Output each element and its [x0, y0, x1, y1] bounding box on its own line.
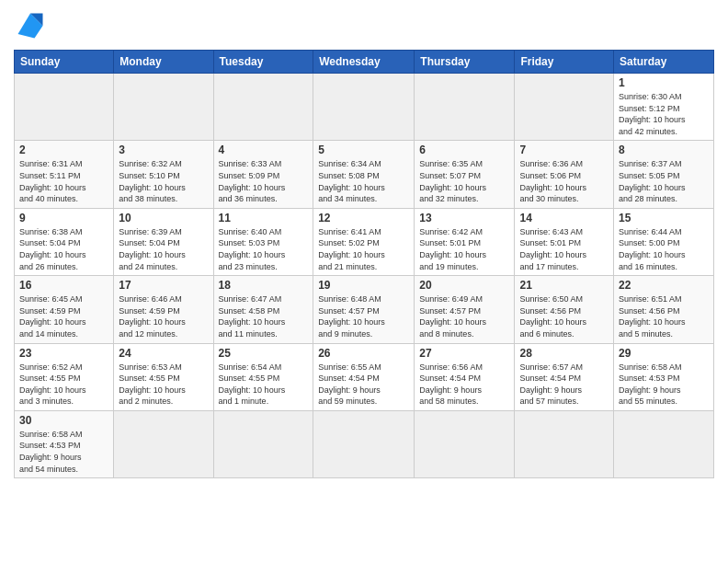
day-info: Sunrise: 6:46 AM Sunset: 4:59 PM Dayligh… [119, 293, 208, 339]
calendar-cell: 7Sunrise: 6:36 AM Sunset: 5:06 PM Daylig… [515, 141, 614, 208]
calendar-cell: 6Sunrise: 6:35 AM Sunset: 5:07 PM Daylig… [415, 141, 515, 208]
col-header-friday: Friday [515, 51, 614, 74]
calendar-cell: 20Sunrise: 6:49 AM Sunset: 4:57 PM Dayli… [415, 276, 515, 343]
day-number: 3 [119, 144, 208, 156]
calendar-cell [114, 410, 213, 477]
calendar-cell: 4Sunrise: 6:33 AM Sunset: 5:09 PM Daylig… [213, 141, 313, 208]
day-info: Sunrise: 6:34 AM Sunset: 5:08 PM Dayligh… [318, 158, 409, 204]
calendar-cell: 9Sunrise: 6:38 AM Sunset: 5:04 PM Daylig… [15, 208, 114, 275]
day-number: 17 [119, 279, 208, 292]
calendar-cell: 27Sunrise: 6:56 AM Sunset: 4:54 PM Dayli… [415, 343, 515, 410]
calendar-cell: 22Sunrise: 6:51 AM Sunset: 4:56 PM Dayli… [614, 276, 714, 343]
calendar-cell [15, 74, 114, 141]
calendar-cell: 23Sunrise: 6:52 AM Sunset: 4:55 PM Dayli… [15, 343, 114, 410]
calendar-cell [415, 74, 515, 141]
calendar-cell: 25Sunrise: 6:54 AM Sunset: 4:55 PM Dayli… [213, 343, 313, 410]
calendar-cell [614, 410, 714, 477]
calendar-cell [515, 410, 614, 477]
calendar-cell: 24Sunrise: 6:53 AM Sunset: 4:55 PM Dayli… [114, 343, 213, 410]
calendar-cell: 15Sunrise: 6:44 AM Sunset: 5:00 PM Dayli… [614, 208, 714, 275]
day-info: Sunrise: 6:36 AM Sunset: 5:06 PM Dayligh… [519, 158, 609, 204]
day-info: Sunrise: 6:44 AM Sunset: 5:00 PM Dayligh… [619, 226, 709, 272]
day-info: Sunrise: 6:57 AM Sunset: 4:54 PM Dayligh… [519, 362, 609, 408]
calendar-cell: 16Sunrise: 6:45 AM Sunset: 4:59 PM Dayli… [15, 276, 114, 343]
day-number: 22 [619, 279, 709, 292]
day-info: Sunrise: 6:30 AM Sunset: 5:12 PM Dayligh… [619, 91, 709, 137]
calendar-cell: 8Sunrise: 6:37 AM Sunset: 5:05 PM Daylig… [614, 141, 714, 208]
calendar-cell: 10Sunrise: 6:39 AM Sunset: 5:04 PM Dayli… [114, 208, 213, 275]
calendar-cell [313, 410, 415, 477]
col-header-thursday: Thursday [415, 51, 515, 74]
calendar-cell [114, 74, 213, 141]
day-info: Sunrise: 6:48 AM Sunset: 4:57 PM Dayligh… [318, 293, 409, 339]
day-info: Sunrise: 6:58 AM Sunset: 4:53 PM Dayligh… [19, 429, 108, 475]
day-number: 28 [519, 347, 609, 360]
page: SundayMondayTuesdayWednesdayThursdayFrid… [0, 0, 728, 563]
day-number: 9 [19, 212, 108, 224]
day-info: Sunrise: 6:47 AM Sunset: 4:58 PM Dayligh… [219, 293, 309, 339]
day-number: 15 [619, 212, 709, 224]
day-number: 14 [519, 212, 609, 224]
calendar-cell: 30Sunrise: 6:58 AM Sunset: 4:53 PM Dayli… [15, 410, 114, 477]
col-header-sunday: Sunday [15, 51, 114, 74]
day-info: Sunrise: 6:50 AM Sunset: 4:56 PM Dayligh… [519, 293, 609, 339]
day-number: 25 [219, 347, 309, 360]
day-number: 19 [318, 279, 409, 292]
day-number: 13 [419, 212, 509, 224]
day-info: Sunrise: 6:35 AM Sunset: 5:07 PM Dayligh… [419, 158, 509, 204]
day-info: Sunrise: 6:38 AM Sunset: 5:04 PM Dayligh… [19, 226, 108, 272]
calendar-cell [213, 74, 313, 141]
day-number: 26 [318, 347, 409, 360]
col-header-wednesday: Wednesday [313, 51, 415, 74]
day-info: Sunrise: 6:40 AM Sunset: 5:03 PM Dayligh… [219, 226, 309, 272]
calendar-cell: 29Sunrise: 6:58 AM Sunset: 4:53 PM Dayli… [614, 343, 714, 410]
col-header-monday: Monday [114, 51, 213, 74]
day-number: 1 [619, 76, 709, 89]
day-number: 30 [19, 414, 108, 427]
logo-icon [14, 9, 47, 42]
day-info: Sunrise: 6:52 AM Sunset: 4:55 PM Dayligh… [19, 362, 108, 408]
day-number: 21 [519, 279, 609, 292]
day-info: Sunrise: 6:56 AM Sunset: 4:54 PM Dayligh… [419, 362, 509, 408]
day-number: 6 [419, 144, 509, 156]
day-info: Sunrise: 6:31 AM Sunset: 5:11 PM Dayligh… [19, 158, 108, 204]
day-number: 4 [219, 144, 309, 156]
day-info: Sunrise: 6:42 AM Sunset: 5:01 PM Dayligh… [419, 226, 509, 272]
calendar-cell [515, 74, 614, 141]
day-info: Sunrise: 6:32 AM Sunset: 5:10 PM Dayligh… [119, 158, 208, 204]
col-header-tuesday: Tuesday [213, 51, 313, 74]
day-info: Sunrise: 6:37 AM Sunset: 5:05 PM Dayligh… [619, 158, 709, 204]
day-number: 29 [619, 347, 709, 360]
day-number: 16 [19, 279, 108, 292]
day-number: 7 [519, 144, 609, 156]
day-number: 23 [19, 347, 108, 360]
calendar-cell: 18Sunrise: 6:47 AM Sunset: 4:58 PM Dayli… [213, 276, 313, 343]
day-number: 12 [318, 212, 409, 224]
day-number: 5 [318, 144, 409, 156]
calendar-cell: 3Sunrise: 6:32 AM Sunset: 5:10 PM Daylig… [114, 141, 213, 208]
day-number: 24 [119, 347, 208, 360]
day-info: Sunrise: 6:39 AM Sunset: 5:04 PM Dayligh… [119, 226, 208, 272]
day-number: 2 [19, 144, 108, 156]
calendar-cell: 28Sunrise: 6:57 AM Sunset: 4:54 PM Dayli… [515, 343, 614, 410]
day-info: Sunrise: 6:49 AM Sunset: 4:57 PM Dayligh… [419, 293, 509, 339]
day-info: Sunrise: 6:45 AM Sunset: 4:59 PM Dayligh… [19, 293, 108, 339]
calendar-cell: 5Sunrise: 6:34 AM Sunset: 5:08 PM Daylig… [313, 141, 415, 208]
day-info: Sunrise: 6:41 AM Sunset: 5:02 PM Dayligh… [318, 226, 409, 272]
day-info: Sunrise: 6:54 AM Sunset: 4:55 PM Dayligh… [219, 362, 309, 408]
calendar-cell: 11Sunrise: 6:40 AM Sunset: 5:03 PM Dayli… [213, 208, 313, 275]
day-info: Sunrise: 6:51 AM Sunset: 4:56 PM Dayligh… [619, 293, 709, 339]
day-info: Sunrise: 6:55 AM Sunset: 4:54 PM Dayligh… [318, 362, 409, 408]
logo [14, 9, 51, 42]
day-number: 11 [219, 212, 309, 224]
calendar-cell [415, 410, 515, 477]
calendar-cell: 1Sunrise: 6:30 AM Sunset: 5:12 PM Daylig… [614, 74, 714, 141]
header [14, 9, 714, 42]
calendar-cell: 26Sunrise: 6:55 AM Sunset: 4:54 PM Dayli… [313, 343, 415, 410]
day-info: Sunrise: 6:33 AM Sunset: 5:09 PM Dayligh… [219, 158, 309, 204]
day-number: 27 [419, 347, 509, 360]
calendar-cell: 17Sunrise: 6:46 AM Sunset: 4:59 PM Dayli… [114, 276, 213, 343]
calendar-cell: 14Sunrise: 6:43 AM Sunset: 5:01 PM Dayli… [515, 208, 614, 275]
day-info: Sunrise: 6:53 AM Sunset: 4:55 PM Dayligh… [119, 362, 208, 408]
calendar-cell: 2Sunrise: 6:31 AM Sunset: 5:11 PM Daylig… [15, 141, 114, 208]
